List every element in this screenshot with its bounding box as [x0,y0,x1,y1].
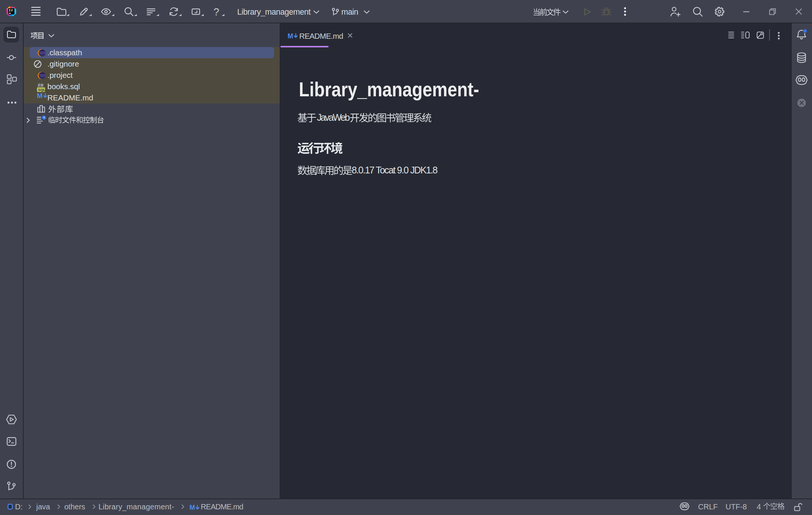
svg-text:M: M [288,33,293,39]
svg-text:SQL: SQL [38,88,45,92]
svg-text:M: M [37,93,42,100]
svg-text:IJ: IJ [9,9,12,12]
svg-text:?: ? [214,7,219,17]
svg-text:M: M [189,504,195,511]
